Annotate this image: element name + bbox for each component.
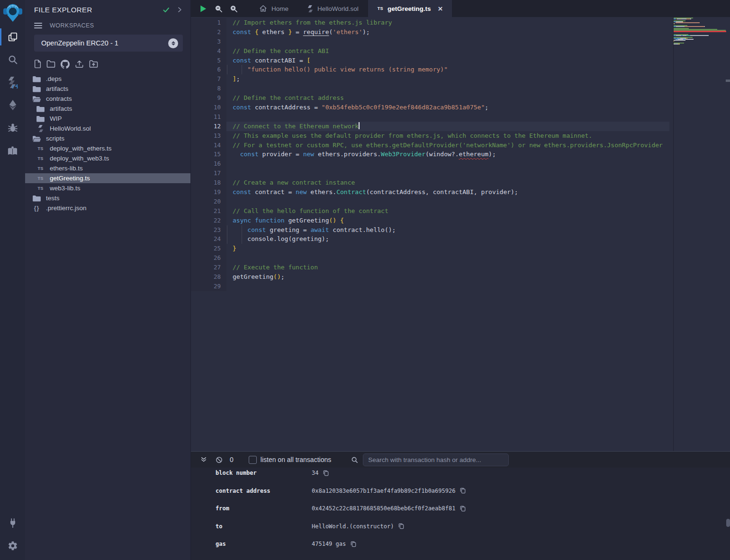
code-line-23[interactable]: 23 const greeting = await contract.hello…	[191, 225, 669, 235]
listen-transactions-label[interactable]: listen on all transactions	[261, 456, 331, 463]
tree-folder-artifacts[interactable]: artifacts	[25, 84, 190, 94]
publish-to-github-icon[interactable]	[61, 60, 70, 69]
tree-folder-tests[interactable]: tests	[25, 193, 190, 203]
folder-icon	[33, 195, 41, 202]
tree-file--prettierrc-json[interactable]: {}.prettierrc.json	[25, 203, 190, 213]
collapse-terminal-icon[interactable]	[200, 456, 207, 463]
file-explorer-icon[interactable]	[0, 26, 25, 48]
code-line-2[interactable]: 2const { ethers } = require('ethers');	[191, 27, 669, 37]
code-editor[interactable]: 1// Import ethers from the ethers.js lib…	[191, 17, 730, 451]
plugin-manager-icon[interactable]	[0, 512, 25, 534]
remix-ide-window: FILE EXPLORER WORKSPACES OpenZeppelin ER…	[0, 0, 730, 560]
remix-logo-icon[interactable]	[0, 0, 25, 26]
workspaces-menu-icon[interactable]	[34, 23, 42, 28]
tree-file-deploy-with-web3-ts[interactable]: TSdeploy_with_web3.ts	[25, 153, 190, 163]
tree-file-ethers-lib-ts[interactable]: TSethers-lib.ts	[25, 163, 190, 173]
code-line-9[interactable]: 9// Define the contract address	[191, 93, 669, 103]
tree-folder--deps[interactable]: .deps	[25, 74, 190, 84]
transaction-search-input[interactable]	[363, 453, 509, 466]
tree-file-deploy-with-ethers-ts[interactable]: TSdeploy_with_ethers.ts	[25, 143, 190, 153]
tree-file-helloworld-sol[interactable]: HelloWorld.sol	[25, 124, 190, 133]
minimap[interactable]	[673, 17, 726, 451]
chevron-right-icon[interactable]	[177, 7, 183, 13]
code-line-24[interactable]: 24 console.log(greeting);	[191, 234, 669, 244]
code-line-16[interactable]: 16	[191, 159, 669, 169]
copy-icon[interactable]	[323, 470, 329, 476]
tree-item-label: .deps	[46, 75, 62, 82]
line-content: // For a testnet or custom RPC, use ethe…	[226, 141, 669, 150]
code-line-1[interactable]: 1// Import ethers from the ethers.js lib…	[191, 18, 669, 27]
zoom-in-button[interactable]	[226, 5, 241, 13]
code-area[interactable]: 1// Import ethers from the ethers.js lib…	[191, 17, 669, 451]
close-tab-icon[interactable]: ×	[438, 5, 442, 13]
code-line-4[interactable]: 4// Define the contract ABI	[191, 46, 669, 56]
workspace-select[interactable]: OpenZeppelin ERC20 - 1	[34, 35, 183, 52]
search-icon[interactable]	[0, 48, 25, 71]
terminal-prompt[interactable]: >	[191, 559, 730, 560]
line-content: const greeting = await contract.hello();	[226, 225, 669, 235]
tx-detail-key: from	[216, 505, 312, 512]
code-line-28[interactable]: 28getGreeting();	[191, 272, 669, 282]
code-line-15[interactable]: 15 const provider = new ethers.providers…	[191, 150, 669, 159]
terminal-toolbar: 0 listen on all transactions	[191, 452, 730, 468]
code-line-13[interactable]: 13// This example uses the default provi…	[191, 131, 669, 141]
code-line-12[interactable]: 12// Connect to the Ethereum network	[191, 122, 669, 131]
ts-icon: TS	[36, 176, 45, 181]
copy-icon[interactable]	[460, 506, 466, 512]
tx-detail-value: 34	[312, 470, 329, 476]
code-line-17[interactable]: 17	[191, 169, 669, 178]
deploy-and-run-icon[interactable]	[0, 94, 25, 116]
zoom-out-button[interactable]	[211, 5, 226, 13]
code-line-5[interactable]: 5const contractABI = [	[191, 56, 669, 65]
tree-item-label: getGreeting.ts	[50, 175, 90, 182]
code-line-7[interactable]: 7];	[191, 74, 669, 84]
code-line-26[interactable]: 26	[191, 253, 669, 263]
code-line-11[interactable]: 11	[191, 112, 669, 122]
code-line-14[interactable]: 14// For a testnet or custom RPC, use et…	[191, 141, 669, 150]
home-icon	[259, 5, 267, 12]
terminal-scrollbar[interactable]	[726, 519, 730, 527]
learneth-icon[interactable]	[0, 139, 25, 162]
code-line-6[interactable]: 6 "function hello() public view returns …	[191, 65, 669, 74]
clear-console-icon[interactable]	[216, 456, 223, 463]
check-icon[interactable]	[162, 6, 170, 14]
listen-transactions-checkbox[interactable]	[249, 456, 257, 464]
solidity-compiler-icon[interactable]	[0, 71, 25, 94]
overview-ruler[interactable]	[726, 17, 730, 451]
code-line-18[interactable]: 18// Create a new contract instance	[191, 178, 669, 187]
copy-icon[interactable]	[351, 541, 356, 547]
upload-file-icon[interactable]	[75, 60, 84, 69]
new-folder-icon[interactable]	[46, 60, 55, 69]
workspace-sort-icon[interactable]	[168, 38, 178, 48]
line-content	[226, 159, 669, 169]
ts-icon: TS	[36, 166, 45, 171]
line-content: "function hello() public view returns (s…	[226, 65, 669, 74]
code-line-3[interactable]: 3	[191, 37, 669, 46]
debugger-icon[interactable]	[0, 116, 25, 139]
tree-folder-artifacts[interactable]: artifacts	[25, 104, 190, 114]
copy-icon[interactable]	[398, 523, 404, 529]
code-line-22[interactable]: 22async function getGreeting() {	[191, 216, 669, 225]
code-line-21[interactable]: 21// Call the hello function of the cont…	[191, 206, 669, 216]
line-content	[226, 112, 669, 122]
code-line-19[interactable]: 19const contract = new ethers.Contract(c…	[191, 187, 669, 197]
code-line-27[interactable]: 27// Execute the function	[191, 263, 669, 272]
upload-folder-icon[interactable]	[89, 60, 98, 69]
code-line-8[interactable]: 8	[191, 84, 669, 93]
code-line-25[interactable]: 25}	[191, 244, 669, 253]
code-line-20[interactable]: 20	[191, 197, 669, 206]
tree-folder-scripts[interactable]: scripts	[25, 133, 190, 143]
tree-folder-contracts[interactable]: contracts	[25, 94, 190, 104]
tree-file-getgreeting-ts[interactable]: TSgetGreeting.ts	[25, 173, 190, 183]
run-script-button[interactable]	[196, 5, 211, 13]
tab-home[interactable]: Home	[250, 0, 298, 17]
new-file-icon[interactable]	[34, 60, 41, 69]
settings-icon[interactable]	[0, 534, 25, 557]
code-line-29[interactable]: 29	[191, 282, 669, 291]
copy-icon[interactable]	[460, 488, 466, 494]
tab-helloworld-sol[interactable]: HelloWorld.sol	[298, 0, 368, 17]
tree-folder-wip[interactable]: WIP	[25, 114, 190, 124]
tab-getgreeting-ts[interactable]: TSgetGreeting.ts×	[368, 0, 452, 17]
code-line-10[interactable]: 10const contractAddress = "0xb54febb5c0c…	[191, 103, 669, 112]
tree-file-web3-lib-ts[interactable]: TSweb3-lib.ts	[25, 183, 190, 193]
